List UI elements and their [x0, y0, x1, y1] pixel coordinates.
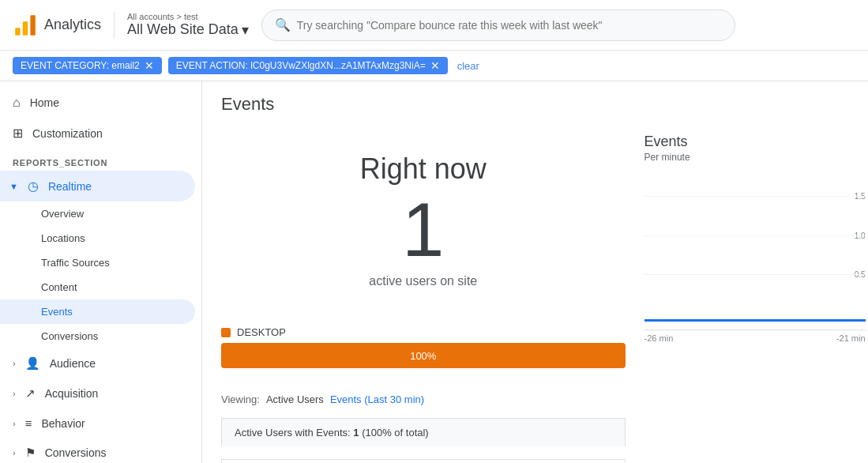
filter-chip-category-label: EVENT CATEGORY: email2	[21, 60, 140, 71]
svg-rect-0	[15, 28, 20, 36]
sidebar-item-customization[interactable]: ⊞ Customization	[0, 118, 195, 149]
sidebar-item-acquisition[interactable]: › ↗ Acquisition	[0, 378, 195, 408]
progress-bar-label: 100%	[410, 350, 436, 362]
filter-bar: EVENT CATEGORY: email2 ✕ EVENT ACTION: l…	[0, 51, 868, 81]
realtime-icon: ◷	[28, 179, 39, 194]
chart-area: 1.5 1.0 0.5	[644, 172, 866, 330]
chart-subtitle: Per minute	[644, 152, 866, 163]
sidebar-item-realtime[interactable]: ▼ ◷ Realtime	[0, 171, 195, 201]
chart-time-label-2: -21 min	[836, 333, 866, 343]
sidebar-item-events[interactable]: Events	[0, 299, 195, 324]
account-selector[interactable]: All accounts > test All Web Site Data ▾	[114, 12, 249, 39]
sidebar-item-audience[interactable]: › 👤 Audience	[0, 348, 195, 378]
top-bar: Analytics All accounts > test All Web Si…	[0, 0, 868, 51]
right-now-card: Right now 1 active users on site	[221, 127, 626, 314]
customization-icon: ⊞	[13, 126, 23, 141]
analytics-logo-icon	[13, 13, 38, 38]
event-table: Event Action 1. lC0gU3VwZXlgdXNciBhdXRoZ…	[221, 459, 626, 463]
sidebar-item-acquisition-expand: ›	[13, 389, 16, 398]
right-panel: Events Per minute 1.5 1.0 0.5 -	[644, 127, 866, 463]
sidebar-item-conversions[interactable]: › ⚑ Conversions	[0, 438, 195, 463]
chart-title: Events	[644, 134, 866, 150]
viewing-events-link[interactable]: Events (Last 30 min)	[330, 393, 424, 405]
main-layout: ⌂ Home ⊞ Customization reports_section ▼…	[0, 81, 868, 463]
sidebar-item-traffic-sources[interactable]: Traffic Sources	[0, 250, 195, 275]
filter-chip-category-close[interactable]: ✕	[145, 60, 154, 71]
row-num-col-header	[222, 460, 256, 464]
chart-line	[644, 319, 866, 322]
sidebar-item-audience-label: Audience	[50, 357, 96, 370]
sidebar-item-home-label: Home	[30, 96, 59, 109]
sidebar-item-content-label: Content	[41, 281, 77, 293]
left-panel: Right now 1 active users on site DESKTOP…	[221, 127, 626, 463]
sidebar-item-behavior[interactable]: › ≡ Behavior	[0, 408, 195, 438]
active-users-header: Active Users with Events: 1 (100% of tot…	[221, 418, 626, 446]
chart-time-labels: -26 min -21 min	[644, 330, 866, 346]
sidebar-item-overview[interactable]: Overview	[0, 201, 195, 226]
sidebar-item-home[interactable]: ⌂ Home	[0, 88, 195, 118]
gridline-1	[644, 196, 866, 197]
search-bar[interactable]: 🔍	[261, 9, 735, 41]
sidebar-item-customization-label: Customization	[32, 127, 103, 140]
desktop-label-text: DESKTOP	[237, 326, 286, 338]
sidebar-item-acquisition-label: Acquisition	[45, 387, 99, 400]
right-now-title: Right now	[360, 152, 487, 186]
sidebar-item-conversions-label: Conversions	[45, 446, 107, 459]
sidebar-item-traffic-sources-label: Traffic Sources	[41, 257, 110, 269]
sidebar-item-events-label: Events	[41, 306, 73, 318]
sidebar-item-overview-label: Overview	[41, 208, 84, 220]
progress-bar-container: 100%	[221, 343, 626, 368]
gridline-2	[644, 235, 866, 236]
behavior-icon: ≡	[25, 416, 32, 430]
app-logo: Analytics	[13, 13, 101, 38]
search-icon: 🔍	[275, 17, 291, 32]
active-users-count: 1	[353, 427, 359, 439]
sidebar-item-conversions-expand: ›	[13, 448, 16, 457]
realtime-expand-arrow: ▼	[9, 182, 18, 191]
filter-chip-action[interactable]: EVENT ACTION: lC0gU3VwZXlgdXN...zA1MTAxM…	[168, 57, 448, 74]
right-now-subtitle: active users on site	[369, 274, 477, 288]
sidebar-item-audience-expand: ›	[13, 359, 16, 368]
home-icon: ⌂	[13, 96, 21, 110]
sidebar-item-behavior-label: Behavior	[41, 417, 85, 430]
account-dropdown-icon: ▾	[242, 21, 249, 39]
svg-rect-2	[30, 15, 35, 36]
page-title: Events	[221, 94, 849, 115]
device-label: DESKTOP	[221, 326, 626, 338]
sidebar-item-content[interactable]: Content	[0, 275, 195, 299]
reports-section-label: reports_section	[0, 149, 201, 171]
svg-rect-1	[23, 21, 28, 36]
sidebar-item-locations[interactable]: Locations	[0, 226, 195, 250]
sidebar-item-conversions-sub[interactable]: Conversions	[0, 324, 195, 348]
account-path: All accounts > test	[127, 12, 249, 21]
filter-chip-action-close[interactable]: ✕	[430, 60, 440, 71]
sidebar-item-locations-label: Locations	[41, 232, 85, 244]
audience-icon: 👤	[25, 356, 40, 371]
viewing-label: Viewing:	[221, 393, 260, 405]
acquisition-icon: ↗	[25, 386, 36, 401]
sidebar-item-realtime-label: Realtime	[48, 180, 92, 193]
app-name-label: Analytics	[44, 17, 101, 33]
event-action-col-header: Event Action	[256, 460, 625, 464]
clear-filters-button[interactable]: clear	[457, 60, 479, 72]
sidebar: ⌂ Home ⊞ Customization reports_section ▼…	[0, 81, 202, 463]
viewing-active-users: Active Users	[266, 393, 324, 405]
account-name[interactable]: All Web Site Data ▾	[127, 21, 249, 39]
chart-time-label-1: -26 min	[644, 333, 674, 343]
sidebar-item-behavior-expand: ›	[13, 419, 16, 428]
active-users-text: Active Users with Events:	[235, 427, 351, 439]
device-section: DESKTOP 100%	[221, 326, 626, 381]
conversions-icon: ⚑	[25, 446, 36, 460]
progress-bar: 100%	[221, 343, 626, 368]
gridline-3	[644, 274, 866, 275]
search-input[interactable]	[297, 19, 722, 32]
filter-chip-action-label: EVENT ACTION: lC0gU3VwZXlgdXN...zA1MTAxM…	[176, 60, 426, 71]
filter-chip-category[interactable]: EVENT CATEGORY: email2 ✕	[13, 57, 162, 74]
viewing-row: Viewing: Active Users Events (Last 30 mi…	[221, 393, 626, 405]
sidebar-item-conversions-sub-label: Conversions	[41, 330, 98, 342]
desktop-dot	[221, 328, 231, 337]
active-users-pct: (100% of total)	[362, 427, 429, 439]
content-area: Events Right now 1 active users on site …	[202, 81, 868, 463]
content-row: Right now 1 active users on site DESKTOP…	[221, 127, 849, 463]
chart-section: Events Per minute 1.5 1.0 0.5 -	[644, 127, 866, 352]
